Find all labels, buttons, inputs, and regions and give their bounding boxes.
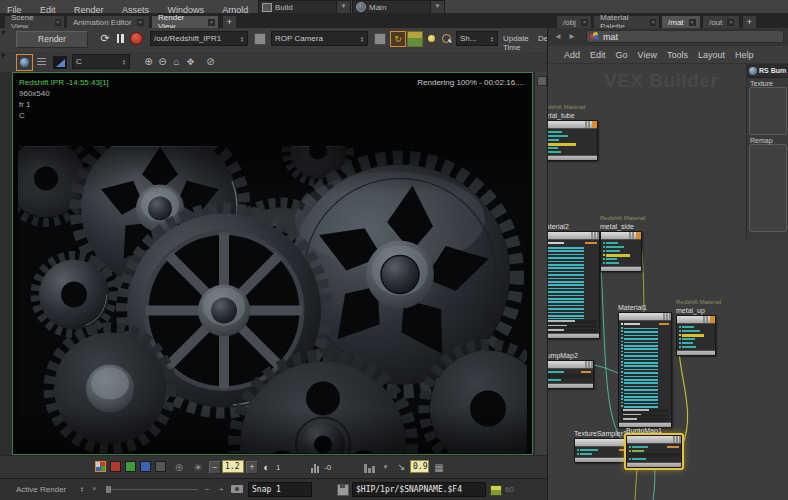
tab-render-view[interactable]: Render View× [151, 15, 219, 28]
render-viewport[interactable]: Redshift IPR -14:55:43[1] Rendering 100%… [12, 72, 533, 455]
node-metal-up[interactable]: Redshift Material metal_up [676, 299, 716, 356]
desktop-select-arrow[interactable]: ▼ [336, 0, 351, 14]
close-tab-icon[interactable]: × [137, 19, 144, 26]
camera-selector[interactable]: ROP Camera ▲▼ [271, 31, 368, 46]
split-view-icon[interactable] [52, 55, 68, 70]
node-header[interactable] [548, 232, 599, 240]
channel-alpha-button[interactable] [155, 461, 166, 472]
channel-blue-button[interactable] [140, 461, 151, 472]
node-header[interactable] [548, 361, 593, 369]
tab-animation-editor[interactable]: Animation Editor× [66, 15, 150, 28]
pixel-inspect-icon[interactable]: ⊕ [172, 460, 186, 474]
camera-jump-icon[interactable] [373, 32, 386, 45]
gamma-field[interactable]: 0.9 [410, 460, 429, 473]
main-layout-arrow[interactable]: ▼ [430, 0, 445, 14]
zoom-out-snapshot-button[interactable]: − [205, 485, 210, 494]
save-snapshot-icon[interactable] [337, 484, 349, 496]
node-material1[interactable]: Material1 [618, 303, 672, 428]
histogram-menu-arrow[interactable]: ▼ [381, 462, 390, 472]
node-bumpmap1[interactable]: BumpMap1 [626, 426, 682, 468]
stop-render-button[interactable] [130, 32, 143, 45]
scrollbar-thumb[interactable] [537, 76, 547, 86]
refresh-icon[interactable]: ⟳ [98, 31, 112, 46]
close-tab-icon[interactable]: × [689, 19, 696, 26]
render-mode-spinner[interactable]: ▲▼ [80, 486, 84, 492]
rop-selector[interactable]: /out/Redshift_IPR1 ▲▼ [150, 31, 248, 46]
info-icon[interactable]: ⊘ [204, 54, 217, 69]
tab-out[interactable]: /out× [702, 15, 740, 28]
main-layout-select[interactable]: Main [352, 0, 438, 14]
close-tab-icon[interactable]: × [208, 19, 215, 26]
memory-icon[interactable] [490, 485, 502, 496]
node-header[interactable] [548, 121, 597, 129]
node-header[interactable] [619, 313, 671, 321]
node-header[interactable] [601, 232, 641, 240]
auto-update-icon[interactable]: ↻ [390, 31, 406, 47]
desktop-select[interactable]: Build [258, 0, 344, 14]
shading-mode-selector[interactable]: Sh... ▲▼ [456, 31, 498, 46]
netmenu-help[interactable]: Help [735, 50, 754, 60]
close-tab-icon[interactable]: × [727, 19, 734, 26]
close-tab-icon[interactable]: × [55, 19, 61, 26]
lights-icon[interactable] [425, 32, 437, 45]
view-sphere-toggle[interactable] [16, 54, 33, 71]
network-editor[interactable]: VEX Builder Redshift Material metal_tube [548, 64, 788, 500]
netmenu-go[interactable]: Go [616, 50, 628, 60]
close-tab-icon[interactable]: × [581, 19, 588, 26]
exposure-minus-button[interactable]: − [209, 461, 221, 474]
progress-slider[interactable] [106, 489, 198, 490]
netmenu-tools[interactable]: Tools [667, 50, 688, 60]
tab-obj[interactable]: /obj× [556, 15, 592, 28]
snapshot-image-icon[interactable] [407, 31, 423, 47]
channel-rgba-button[interactable] [95, 461, 106, 472]
node-header[interactable] [627, 436, 681, 444]
exposure-icon[interactable]: ☀ [191, 460, 205, 474]
channel-red-button[interactable] [110, 461, 121, 472]
node-header[interactable] [677, 316, 715, 324]
pause-button[interactable] [115, 33, 125, 44]
netmenu-view[interactable]: View [638, 50, 657, 60]
exposure-field[interactable]: 1.2 [222, 460, 244, 473]
zoom-out-icon[interactable]: ⊖ [156, 54, 169, 69]
zoom-in-icon[interactable]: ⊕ [142, 54, 155, 69]
exposure-plus-button[interactable]: + [246, 461, 258, 474]
channel-green-button[interactable] [125, 461, 136, 472]
network-path-field[interactable]: mat [586, 30, 784, 43]
rop-jump-icon[interactable] [253, 32, 266, 45]
home-view-icon[interactable]: ⌂ [170, 54, 183, 69]
gamma-curve-icon[interactable]: ↘ [395, 461, 408, 473]
node-metal-tube[interactable]: Redshift Material metal_tube [548, 104, 598, 161]
netmenu-add[interactable]: Add [564, 50, 580, 60]
param-group-remap[interactable] [749, 144, 787, 232]
levels-icon[interactable] [308, 461, 321, 473]
tab-material-palette[interactable]: Material Palette× [593, 15, 660, 28]
netmenu-layout[interactable]: Layout [698, 50, 725, 60]
pane-handle[interactable] [2, 31, 6, 35]
nav-back-icon[interactable]: ◄ [554, 32, 562, 41]
pane-handle[interactable] [2, 54, 6, 58]
fit-view-icon[interactable]: ✥ [184, 54, 197, 69]
tab-scene-view[interactable]: Scene View× [4, 15, 65, 28]
snapshot-camera-icon[interactable] [231, 485, 243, 493]
node-material2[interactable]: Material2 [548, 222, 600, 339]
render-mode-label[interactable]: Active Render [16, 485, 66, 494]
close-tab-icon[interactable]: × [650, 19, 656, 26]
param-group-texture[interactable] [749, 87, 787, 135]
render-button[interactable]: Render [16, 31, 88, 48]
plane-selector[interactable]: C ▲▼ [72, 54, 130, 69]
parameter-panel-header[interactable]: RS Bum [747, 64, 788, 78]
node-metal-side[interactable]: Redshift Material metal_side [600, 215, 642, 272]
netmenu-edit[interactable]: Edit [590, 50, 606, 60]
pane-splitter[interactable] [534, 72, 547, 455]
node-bumpmap2[interactable]: BumpMap2 [548, 351, 594, 389]
tab-mat[interactable]: /mat× [661, 15, 701, 28]
grid-icon[interactable]: ▦ [432, 460, 446, 474]
region-zoom-icon[interactable] [440, 32, 452, 45]
zoom-in-snapshot-button[interactable]: + [219, 485, 224, 494]
contrast-icon[interactable]: ◐ [260, 460, 273, 474]
snapshot-name-field[interactable]: Snap 1 [248, 482, 312, 497]
clear-render-button[interactable]: × [92, 484, 97, 493]
snapshot-path-field[interactable]: $HIP/1pr/$SNAPNAME.$F4 [352, 482, 486, 497]
nav-forward-icon[interactable]: ► [568, 32, 576, 41]
histogram-icon[interactable] [362, 461, 376, 473]
